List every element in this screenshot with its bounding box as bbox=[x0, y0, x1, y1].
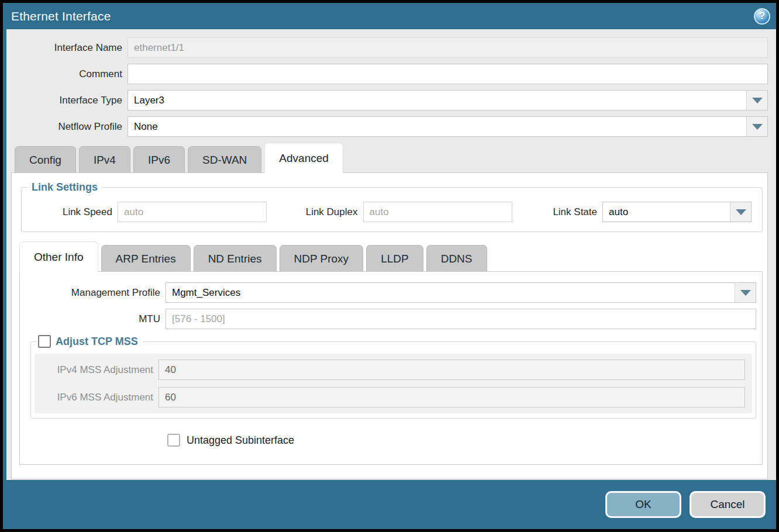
management-profile-label: Management Profile bbox=[20, 287, 160, 299]
link-state-dropdown-button[interactable] bbox=[730, 202, 751, 222]
cancel-button[interactable]: Cancel bbox=[690, 491, 766, 518]
adjust-tcp-mss-legend: Adjust TCP MSS bbox=[37, 335, 143, 348]
tab-arp-entries[interactable]: ARP Entries bbox=[101, 245, 191, 272]
untagged-subinterface-checkbox[interactable] bbox=[167, 434, 180, 447]
tab-ipv4[interactable]: IPv4 bbox=[79, 146, 130, 173]
link-state-value: auto bbox=[603, 202, 730, 222]
dialog-footer: OK Cancel bbox=[3, 480, 776, 529]
link-state-label: Link State bbox=[542, 206, 597, 218]
netflow-profile-select[interactable]: None bbox=[127, 116, 768, 137]
dialog-body: Interface Name Comment Interface Type La… bbox=[3, 29, 776, 480]
interface-name-label: Interface Name bbox=[11, 42, 122, 54]
management-profile-row: Management Profile Mgmt_Services bbox=[20, 282, 762, 303]
untagged-subinterface-row: Untagged Subinterface bbox=[167, 434, 762, 447]
interface-name-row: Interface Name bbox=[11, 37, 768, 58]
tab-ipv6[interactable]: IPv6 bbox=[133, 146, 185, 173]
mss-disabled-area: IPv4 MSS Adjustment IPv6 MSS Adjustment bbox=[35, 354, 752, 413]
interface-type-label: Interface Type bbox=[11, 95, 122, 106]
netflow-profile-label: Netflow Profile bbox=[11, 121, 122, 133]
interface-type-row: Interface Type Layer3 bbox=[11, 90, 768, 110]
link-speed-group: Link Speed bbox=[27, 202, 267, 222]
adjust-tcp-mss-fieldset: Adjust TCP MSS IPv4 MSS Adjustment IPv6 … bbox=[30, 335, 756, 419]
chevron-down-icon bbox=[752, 98, 763, 103]
link-state-select[interactable]: auto bbox=[602, 202, 752, 222]
ipv6-mss-label: IPv6 MSS Adjustment bbox=[42, 392, 153, 403]
netflow-profile-row: Netflow Profile None bbox=[11, 116, 768, 137]
link-speed-label: Link Speed bbox=[27, 206, 112, 218]
tab-sd-wan[interactable]: SD-WAN bbox=[188, 146, 261, 173]
ethernet-interface-dialog: Ethernet Interface ? Interface Name Comm… bbox=[3, 3, 776, 529]
dialog-title: Ethernet Interface bbox=[11, 9, 111, 23]
tab-ddns[interactable]: DDNS bbox=[426, 245, 487, 272]
management-profile-dropdown-button[interactable] bbox=[735, 283, 756, 302]
ipv4-mss-input bbox=[158, 360, 745, 380]
mtu-row: MTU bbox=[20, 309, 762, 329]
link-speed-input[interactable] bbox=[118, 202, 267, 222]
interface-name-input bbox=[127, 37, 768, 58]
netflow-profile-dropdown-button[interactable] bbox=[746, 117, 767, 136]
link-state-group: Link State auto bbox=[542, 202, 752, 222]
tab-other-info[interactable]: Other Info bbox=[19, 241, 98, 272]
link-settings-fieldset: Link Settings Link Speed Link Duplex Lin… bbox=[21, 181, 763, 232]
interface-type-select[interactable]: Layer3 bbox=[127, 90, 768, 110]
adjust-tcp-mss-checkbox[interactable] bbox=[38, 335, 51, 348]
interface-type-value: Layer3 bbox=[128, 91, 746, 110]
netflow-profile-value: None bbox=[128, 117, 746, 136]
link-settings-row: Link Speed Link Duplex Link State auto bbox=[22, 199, 762, 222]
comment-input[interactable] bbox=[127, 64, 768, 84]
tab-lldp[interactable]: LLDP bbox=[366, 245, 423, 272]
untagged-subinterface-label: Untagged Subinterface bbox=[187, 434, 294, 447]
tab-config[interactable]: Config bbox=[15, 146, 76, 173]
chevron-down-icon bbox=[740, 290, 751, 296]
mtu-input[interactable] bbox=[166, 309, 756, 329]
ok-button[interactable]: OK bbox=[605, 491, 681, 518]
advanced-tab-panel: Link Settings Link Speed Link Duplex Lin… bbox=[11, 172, 768, 479]
ipv6-mss-row: IPv6 MSS Adjustment bbox=[42, 387, 745, 407]
chevron-down-icon bbox=[752, 124, 763, 130]
management-profile-select[interactable]: Mgmt_Services bbox=[166, 282, 756, 303]
link-settings-legend: Link Settings bbox=[27, 181, 102, 194]
other-info-panel: Management Profile Mgmt_Services MTU bbox=[19, 271, 763, 465]
tab-ndp-proxy[interactable]: NDP Proxy bbox=[280, 245, 364, 272]
link-duplex-group: Link Duplex bbox=[297, 202, 512, 222]
help-icon[interactable]: ? bbox=[754, 8, 770, 25]
comment-row: Comment bbox=[11, 64, 768, 84]
main-tabstrip: Config IPv4 IPv6 SD-WAN Advanced bbox=[11, 143, 768, 173]
link-duplex-label: Link Duplex bbox=[297, 206, 358, 218]
chevron-down-icon bbox=[736, 209, 746, 215]
tab-advanced[interactable]: Advanced bbox=[264, 143, 343, 173]
tab-nd-entries[interactable]: ND Entries bbox=[194, 245, 277, 272]
ipv6-mss-input bbox=[158, 387, 745, 407]
link-duplex-input[interactable] bbox=[363, 202, 512, 222]
interface-type-dropdown-button[interactable] bbox=[746, 91, 767, 110]
mtu-label: MTU bbox=[20, 313, 160, 325]
ipv4-mss-row: IPv4 MSS Adjustment bbox=[42, 360, 745, 380]
management-profile-value: Mgmt_Services bbox=[166, 283, 735, 302]
dialog-titlebar: Ethernet Interface ? bbox=[3, 3, 776, 29]
ipv4-mss-label: IPv4 MSS Adjustment bbox=[42, 364, 153, 376]
adjust-tcp-mss-label: Adjust TCP MSS bbox=[56, 336, 138, 348]
other-info-tabstrip: Other Info ARP Entries ND Entries NDP Pr… bbox=[12, 241, 767, 272]
comment-label: Comment bbox=[11, 68, 122, 80]
